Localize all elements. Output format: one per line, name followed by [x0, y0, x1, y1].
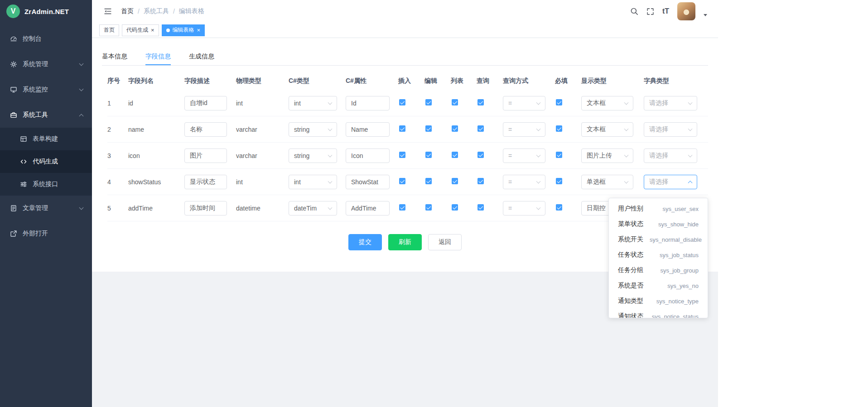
sidebar-subitem-label: 代码生成: [33, 158, 58, 166]
csharp-type-select[interactable]: dateTim: [289, 201, 337, 215]
description-input[interactable]: [184, 148, 227, 163]
sidebar-subitem[interactable]: 系统接口: [0, 173, 92, 196]
query-checkbox[interactable]: [477, 152, 484, 158]
search-icon[interactable]: [630, 7, 638, 15]
app-logo[interactable]: V ZrAdmin.NET: [0, 0, 92, 23]
cell-display-type: 图片上传: [581, 148, 644, 163]
csharp-property-input[interactable]: [346, 96, 390, 110]
option-label: 用户性别: [618, 205, 643, 213]
required-checkbox[interactable]: [556, 152, 562, 158]
sidebar-item-label: 文章管理: [23, 204, 48, 212]
insert-checkbox[interactable]: [399, 204, 405, 211]
sidebar-item[interactable]: 系统监控: [0, 77, 92, 102]
csharp-type-select[interactable]: int: [289, 96, 337, 110]
breadcrumb-item-tools: 系统工具: [144, 7, 169, 15]
required-checkbox[interactable]: [556, 125, 562, 132]
dropdown-option[interactable]: 任务分组 sys_job_group: [609, 263, 708, 278]
sidebar-toggle-icon[interactable]: [104, 7, 112, 15]
insert-checkbox[interactable]: [399, 178, 405, 184]
query-checkbox[interactable]: [477, 99, 484, 105]
query-mode-select[interactable]: =: [503, 96, 545, 110]
cell-required: [555, 152, 581, 159]
dropdown-option[interactable]: 任务状态 sys_job_status: [609, 247, 708, 263]
edit-checkbox[interactable]: [425, 178, 432, 184]
dropdown-option[interactable]: 系统开关 sys_normal_disable: [609, 232, 708, 247]
description-input[interactable]: [184, 96, 227, 110]
dropdown-option[interactable]: 系统是否 sys_yes_no: [609, 278, 708, 293]
query-mode-select[interactable]: =: [503, 201, 545, 215]
dict-type-select[interactable]: 请选择: [644, 122, 697, 137]
insert-checkbox[interactable]: [399, 125, 405, 132]
dict-type-select[interactable]: 请选择: [644, 96, 697, 110]
back-button[interactable]: 返回: [428, 234, 462, 250]
cell-query-mode: =: [503, 148, 555, 163]
csharp-property-input[interactable]: [346, 148, 390, 163]
query-mode-select[interactable]: =: [503, 148, 545, 163]
display-type-select[interactable]: 单选框: [581, 175, 633, 189]
sidebar-item[interactable]: 文章管理: [0, 196, 92, 221]
sidebar-subitem[interactable]: 表单构建: [0, 128, 92, 150]
submit-button[interactable]: 提交: [348, 234, 382, 250]
insert-checkbox[interactable]: [399, 152, 405, 158]
sidebar-subitem[interactable]: 代码生成: [0, 150, 92, 173]
display-type-select[interactable]: 文本框: [581, 96, 633, 110]
csharp-type-select[interactable]: string: [289, 122, 337, 137]
csharp-property-input[interactable]: [346, 201, 390, 215]
breadcrumb-item-home[interactable]: 首页: [121, 7, 134, 15]
edit-checkbox[interactable]: [425, 125, 432, 132]
chevron-down-icon: [624, 179, 629, 183]
sidebar-item[interactable]: 系统工具: [0, 102, 92, 128]
fullscreen-icon[interactable]: [646, 8, 654, 15]
list-checkbox[interactable]: [452, 178, 458, 184]
required-checkbox[interactable]: [556, 178, 562, 184]
query-mode-select[interactable]: =: [503, 122, 545, 137]
query-checkbox[interactable]: [477, 178, 484, 184]
cell-csharp-type: int: [289, 96, 346, 110]
tag-edit-table[interactable]: 编辑表格 ×: [162, 24, 205, 36]
tag-home[interactable]: 首页: [99, 24, 119, 36]
tab-field-info[interactable]: 字段信息: [145, 47, 171, 65]
required-checkbox[interactable]: [556, 99, 562, 105]
dict-type-select[interactable]: 请选择: [644, 148, 697, 163]
edit-checkbox[interactable]: [425, 152, 432, 158]
description-input[interactable]: [184, 175, 227, 189]
query-mode-select[interactable]: =: [503, 175, 545, 189]
csharp-type-select[interactable]: string: [289, 148, 337, 163]
query-checkbox[interactable]: [477, 125, 484, 132]
user-avatar[interactable]: [677, 2, 695, 20]
dropdown-option[interactable]: 菜单状态 sys_show_hide: [609, 216, 708, 232]
tab-generate-info[interactable]: 生成信息: [189, 47, 214, 65]
list-checkbox[interactable]: [452, 125, 458, 132]
csharp-property-input[interactable]: [346, 122, 390, 137]
dict-type-select[interactable]: 请选择: [644, 175, 697, 189]
query-checkbox[interactable]: [477, 204, 484, 211]
close-icon[interactable]: ×: [151, 27, 154, 33]
display-type-select[interactable]: 图片上传: [581, 148, 633, 163]
sidebar-item[interactable]: 系统管理: [0, 52, 92, 77]
insert-checkbox[interactable]: [399, 99, 405, 105]
close-icon[interactable]: ×: [197, 27, 201, 33]
dropdown-option[interactable]: 用户性别 sys_user_sex: [609, 201, 708, 216]
list-checkbox[interactable]: [452, 99, 458, 105]
font-size-icon[interactable]: tT: [662, 7, 669, 15]
refresh-button[interactable]: 刷新: [388, 234, 422, 250]
csharp-type-select[interactable]: int: [289, 175, 337, 189]
list-checkbox[interactable]: [452, 152, 458, 158]
cell-csharp-property: [346, 148, 398, 163]
display-type-select[interactable]: 文本框: [581, 122, 633, 137]
dropdown-option[interactable]: 通知类型 sys_notice_type: [609, 293, 708, 309]
csharp-property-input[interactable]: [346, 175, 390, 189]
description-input[interactable]: [184, 122, 227, 137]
tab-basic-info[interactable]: 基本信息: [102, 47, 127, 65]
dropdown-option[interactable]: 通知状态 sys_notice_status: [609, 309, 708, 318]
description-input[interactable]: [184, 201, 227, 215]
list-checkbox[interactable]: [452, 204, 458, 211]
tag-code-generation[interactable]: 代码生成 ×: [122, 24, 159, 36]
chevron-down-icon[interactable]: [704, 14, 707, 16]
sidebar-item[interactable]: 外部打开: [0, 221, 92, 246]
edit-checkbox[interactable]: [425, 204, 432, 211]
edit-checkbox[interactable]: [425, 99, 432, 105]
option-label: 任务状态: [618, 251, 643, 259]
required-checkbox[interactable]: [556, 204, 562, 211]
sidebar-item[interactable]: 控制台: [0, 26, 92, 52]
